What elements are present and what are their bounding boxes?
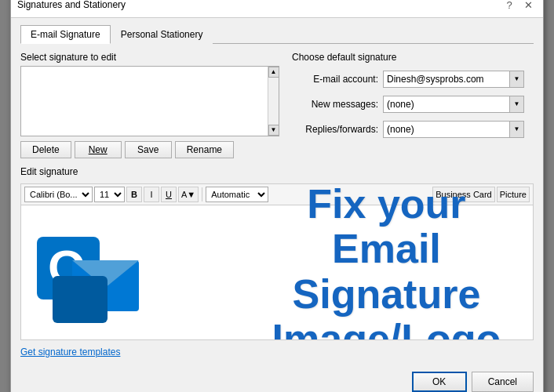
- replies-forwards-value: (none): [387, 124, 430, 135]
- svg-rect-4: [53, 276, 108, 323]
- cancel-button[interactable]: Cancel: [472, 372, 534, 392]
- signature-editor-area: Calibri (Bo... 11 B I U A▼ Automatic Bus…: [20, 183, 534, 340]
- email-account-row: E-mail account: Dinesh@sysprobs.com ▼: [292, 71, 534, 88]
- font-color-button[interactable]: A▼: [178, 187, 199, 202]
- new-button[interactable]: New: [75, 141, 122, 158]
- close-button[interactable]: ✕: [519, 0, 537, 13]
- save-button[interactable]: Save: [125, 141, 172, 158]
- delete-button[interactable]: Delete: [20, 141, 71, 158]
- replies-forwards-label: Replies/forwards:: [292, 124, 378, 135]
- rename-button[interactable]: Rename: [175, 141, 234, 158]
- dialog-footer: OK Cancel: [11, 367, 543, 393]
- new-messages-arrow: ▼: [509, 96, 523, 112]
- main-content: Select signature to edit ▲ ▼ Delete New …: [20, 52, 534, 180]
- underline-button[interactable]: U: [161, 187, 177, 202]
- picture-button[interactable]: Picture: [497, 187, 530, 202]
- overlay-line3: Image/Logo: [272, 316, 501, 340]
- bold-button[interactable]: B: [126, 187, 142, 202]
- email-account-arrow: ▼: [509, 71, 523, 87]
- ok-button[interactable]: OK: [412, 372, 467, 392]
- help-button[interactable]: ?: [501, 0, 518, 13]
- business-card-button[interactable]: Business Card: [432, 187, 495, 202]
- replies-forwards-row: Replies/forwards: (none) ▼: [292, 121, 534, 138]
- toolbar-separator: [202, 187, 202, 201]
- bottom-area: Get signature templates: [20, 340, 534, 361]
- tab-email-signature[interactable]: E-mail Signature: [20, 25, 111, 44]
- auto-select[interactable]: Automatic: [206, 187, 268, 202]
- sig-action-buttons: Delete New Save Rename: [20, 141, 279, 158]
- italic-button[interactable]: I: [144, 187, 159, 202]
- new-messages-row: New messages: (none) ▼: [292, 96, 534, 113]
- new-messages-value: (none): [387, 99, 430, 110]
- dialog-body: E-mail Signature Personal Stationery Sel…: [11, 18, 543, 367]
- left-panel: Select signature to edit ▲ ▼ Delete New …: [20, 52, 279, 180]
- tab-personal-stationery[interactable]: Personal Stationery: [111, 25, 213, 44]
- overlay-text: Fix your Email Signature Image/Logo: [248, 183, 525, 340]
- email-account-value: Dinesh@sysprobs.com: [387, 74, 500, 85]
- font-size-select[interactable]: 11: [94, 187, 125, 202]
- right-panel: Choose default signature E-mail account:…: [292, 52, 534, 180]
- sig-scroll-area: ▲ ▼: [21, 67, 279, 136]
- tab-bar: E-mail Signature Personal Stationery: [20, 24, 534, 44]
- new-messages-label: New messages:: [292, 99, 378, 110]
- editor-toolbar: Calibri (Bo... 11 B I U A▼ Automatic Bus…: [21, 184, 533, 205]
- outlook-logo: O: [29, 213, 155, 339]
- scroll-down-arrow[interactable]: ▼: [268, 125, 279, 136]
- select-sig-label: Select signature to edit: [20, 52, 279, 63]
- replies-forwards-select[interactable]: (none) ▼: [383, 121, 524, 138]
- scroll-up-arrow[interactable]: ▲: [268, 67, 279, 78]
- replies-forwards-arrow: ▼: [509, 122, 523, 137]
- email-account-select[interactable]: Dinesh@sysprobs.com ▼: [383, 71, 524, 88]
- get-templates-link[interactable]: Get signature templates: [20, 347, 120, 358]
- overlay-line2: Signature: [293, 271, 481, 317]
- new-messages-select[interactable]: (none) ▼: [383, 96, 524, 113]
- title-bar: Signatures and Stationery ? ✕: [11, 0, 543, 18]
- signature-listbox[interactable]: ▲ ▼: [20, 66, 279, 136]
- font-name-select[interactable]: Calibri (Bo...: [24, 187, 93, 202]
- editor-body[interactable]: O Fix your Email Signature Image/Log: [21, 205, 533, 339]
- title-controls: ? ✕: [501, 0, 537, 13]
- scrollbar: ▲ ▼: [268, 67, 279, 136]
- edit-sig-label: Edit signature: [20, 166, 279, 177]
- choose-default-label: Choose default signature: [292, 52, 534, 63]
- signatures-dialog: Signatures and Stationery ? ✕ E-mail Sig…: [10, 0, 544, 392]
- dialog-title: Signatures and Stationery: [17, 0, 126, 10]
- email-account-label: E-mail account:: [292, 74, 378, 85]
